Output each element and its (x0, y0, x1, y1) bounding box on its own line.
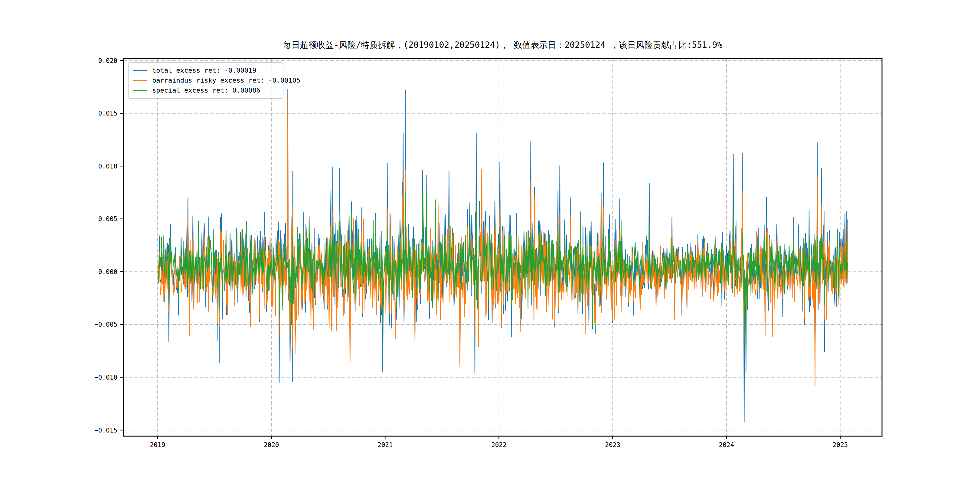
legend-item-special: special_excess_ret: 0.00086 (133, 85, 278, 95)
legend: total_excess_ret: -0.00019 barraindus_ri… (128, 62, 283, 99)
y-tick-label: −0.005 (94, 321, 117, 328)
legend-item-label: special_excess_ret: 0.00086 (152, 86, 261, 94)
figure-canvas: 每日超额收益-风险/特质拆解，(20190102,20250124)， 数值表示… (0, 0, 980, 490)
x-tick-label: 2024 (719, 441, 734, 449)
legend-line-swatch (133, 80, 147, 81)
y-tick-label: 0.005 (98, 215, 117, 223)
x-tick-label: 2023 (605, 441, 620, 449)
y-tick-label: 0.015 (98, 110, 117, 117)
y-tick-label: −0.010 (94, 374, 117, 381)
legend-item-total: total_excess_ret: -0.00019 (133, 65, 278, 75)
y-tick-label: 0.000 (98, 268, 117, 275)
y-tick-label: −0.015 (94, 427, 117, 434)
legend-item-risky: barraindus_risky_excess_ret: -0.00105 (133, 75, 278, 85)
chart-title: 每日超额收益-风险/特质拆解，(20190102,20250124)， 数值表示… (123, 39, 882, 51)
legend-line-swatch (133, 70, 147, 71)
legend-item-label: total_excess_ret: -0.00019 (152, 67, 256, 74)
x-tick-label: 2020 (264, 441, 279, 449)
x-tick-label: 2019 (150, 441, 165, 449)
x-tick-label: 2021 (377, 441, 393, 449)
x-tick-label: 2022 (491, 441, 507, 449)
y-tick-label: 0.010 (98, 163, 117, 170)
legend-line-swatch (133, 90, 147, 91)
x-tick-label: 2025 (833, 441, 848, 449)
y-tick-label: 0.020 (98, 57, 117, 64)
legend-item-label: barraindus_risky_excess_ret: -0.00105 (152, 76, 300, 84)
series-layer (158, 89, 848, 422)
